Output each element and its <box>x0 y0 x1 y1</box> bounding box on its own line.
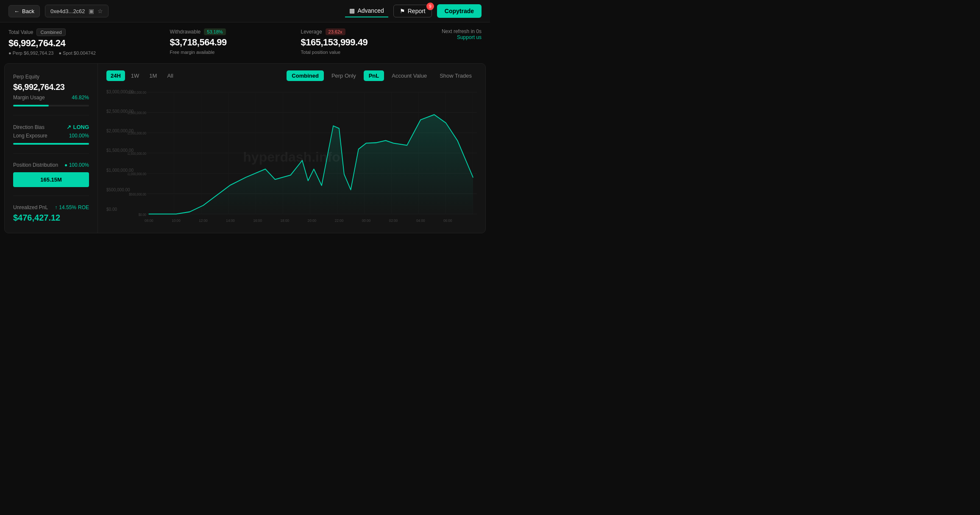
unrealized-pnl-value: $476,427.12 <box>13 213 89 223</box>
direction-bias-section: Direction Bias ↗ LONG Long Exposure 100.… <box>13 124 89 145</box>
position-dist-label: Position Distribution <box>13 162 58 168</box>
svg-text:02:00: 02:00 <box>389 218 398 223</box>
long-exposure-label: Long Exposure <box>13 133 47 139</box>
long-exposure-pct: 100.00% <box>69 133 89 139</box>
divider-2 <box>13 153 89 154</box>
time-btn-1m[interactable]: 1M <box>145 70 161 81</box>
direction-bias-label: Direction Bias <box>13 124 45 130</box>
wallet-address: 0xe4d3...2c62 <box>50 8 85 14</box>
refresh-label: Next refresh in 0s <box>442 28 482 34</box>
total-value-sub: ● Perp $6,992,764.23 ● Spot $0.004742 <box>8 50 96 56</box>
back-button[interactable]: ← Back <box>8 5 40 17</box>
arrow-up-icon: ↗ <box>67 124 71 130</box>
svg-text:22:00: 22:00 <box>335 218 344 223</box>
perp-equity-section: Perp Equity $6,992,764.23 Margin Usage 4… <box>13 74 89 106</box>
back-label: Back <box>22 8 34 14</box>
svg-text:16:00: 16:00 <box>253 218 262 223</box>
header: ← Back 0xe4d3...2c62 ▣ ☆ ▩ Advanced ⚑ Re… <box>0 0 490 22</box>
perp-equity-value: $6,992,764.23 <box>13 82 89 92</box>
svg-text:06:00: 06:00 <box>443 218 452 223</box>
view-btn-perp-only[interactable]: Perp Only <box>326 70 361 81</box>
report-badge: 9 <box>426 3 434 10</box>
report-label: Report <box>408 8 426 14</box>
support-link[interactable]: Support us <box>442 34 482 40</box>
copytrade-label: Copytrade <box>445 8 474 14</box>
perp-label: Perp <box>13 50 22 56</box>
report-button[interactable]: ⚑ Report 9 <box>393 5 432 17</box>
flag-icon: ⚑ <box>400 8 405 14</box>
svg-text:$0.00: $0.00 <box>139 213 146 216</box>
withdrawable-value: $3,718,564.99 <box>170 37 227 48</box>
chart-icon: ▩ <box>349 7 355 14</box>
view-btn-combined[interactable]: Combined <box>287 70 324 81</box>
refresh-info: Next refresh in 0s Support us <box>442 28 482 40</box>
unrealized-pnl-row: Unrealized PnL ↑ 14.55% ROE <box>13 204 89 210</box>
chart-wrapper: hyperdash.info $3,000,000.00 $2,500,000.… <box>106 88 477 226</box>
divider-3 <box>13 196 89 196</box>
free-margin-label: Free margin available <box>170 50 215 55</box>
show-trades-button[interactable]: Show Trades <box>434 70 477 81</box>
svg-text:20:00: 20:00 <box>308 218 317 223</box>
account-value-button[interactable]: Account Value <box>387 70 432 81</box>
position-dist-section: Position Distribution ● 100.00% 165.15M <box>13 162 89 187</box>
copytrade-button[interactable]: Copytrade <box>437 4 482 18</box>
chart-area: 24H 1W 1M All Combined Perp Only PnL Acc… <box>98 64 485 233</box>
star-icon[interactable]: ☆ <box>97 8 103 14</box>
dot-icon: ● <box>64 162 69 168</box>
chart-svg: 08:00 10:00 12:00 14:00 16:00 18:00 20:0… <box>106 88 477 226</box>
direction-bias-row: Direction Bias ↗ LONG <box>13 124 89 130</box>
leverage-sub: Total position value <box>301 50 368 55</box>
advanced-button[interactable]: ▩ Advanced <box>345 5 388 17</box>
time-btn-1w[interactable]: 1W <box>127 70 144 81</box>
chart-controls: 24H 1W 1M All Combined Perp Only PnL Acc… <box>106 70 477 81</box>
stats-row: Total Value Combined $6,992,764.24 ● Per… <box>0 22 490 60</box>
roe-label: ROE <box>78 204 89 210</box>
combined-tag: Combined <box>36 28 65 36</box>
divider-1 <box>13 115 89 115</box>
long-exposure-bar-bg <box>13 143 89 145</box>
spot-sub-value: $0.004742 <box>74 50 96 56</box>
spot-label: Spot <box>63 50 72 56</box>
position-dist-value: 165.15M <box>40 176 62 183</box>
margin-usage-pct: 46.82% <box>72 95 89 101</box>
advanced-label: Advanced <box>357 7 384 14</box>
svg-text:00:00: 00:00 <box>362 218 371 223</box>
leverage-value: $165,153,999.49 <box>301 37 368 48</box>
time-btn-all[interactable]: All <box>163 70 177 81</box>
margin-usage-label: Margin Usage <box>13 95 45 101</box>
svg-text:18:00: 18:00 <box>281 218 290 223</box>
left-panel: Perp Equity $6,992,764.23 Margin Usage 4… <box>5 64 98 233</box>
withdrawable-label: Withdrawable <box>170 29 201 35</box>
svg-text:04:00: 04:00 <box>416 218 425 223</box>
y-axis-labels: $3,000,000.00 $2,500,000.00 $2,000,000.0… <box>106 88 134 213</box>
total-position-label: Total position value <box>301 50 341 55</box>
position-dist-bar: 165.15M <box>13 172 89 187</box>
svg-text:10:00: 10:00 <box>172 218 181 223</box>
svg-text:14:00: 14:00 <box>226 218 235 223</box>
withdrawable-pct: 53.18% <box>204 28 226 35</box>
long-exposure-row: Long Exposure 100.00% <box>13 133 89 139</box>
leverage-label: Leverage <box>301 29 322 35</box>
unrealized-pnl-label: Unrealized PnL <box>13 204 48 210</box>
header-right: ▩ Advanced ⚑ Report 9 Copytrade <box>345 4 482 18</box>
svg-marker-19 <box>149 115 473 214</box>
position-dist-pct: 100.00% <box>69 162 89 168</box>
copy-icon[interactable]: ▣ <box>89 8 94 14</box>
main-content: Perp Equity $6,992,764.23 Margin Usage 4… <box>4 63 486 233</box>
perp-equity-label: Perp Equity <box>13 74 89 80</box>
margin-usage-row: Margin Usage 46.82% <box>13 95 89 101</box>
total-value: $6,992,764.24 <box>8 38 96 49</box>
address-badge: 0xe4d3...2c62 ▣ ☆ <box>45 5 109 17</box>
pnl-button[interactable]: PnL <box>364 70 384 81</box>
header-left: ← Back 0xe4d3...2c62 ▣ ☆ <box>8 5 109 17</box>
direction-bias-value: LONG <box>73 124 89 130</box>
leverage-badge: 23.62x <box>326 28 345 35</box>
svg-text:08:00: 08:00 <box>145 218 153 223</box>
roe-pct: 14.55% <box>59 204 76 210</box>
leverage-block: Leverage 23.62x $165,153,999.49 Total po… <box>301 28 368 55</box>
roe-row: ↑ 14.55% ROE <box>55 204 89 210</box>
view-buttons: Combined Perp Only PnL Account Value Sho… <box>287 70 477 81</box>
time-btn-24h[interactable]: 24H <box>106 70 125 81</box>
margin-usage-bar-fill <box>13 105 49 106</box>
total-value-block: Total Value Combined $6,992,764.24 ● Per… <box>8 28 96 56</box>
